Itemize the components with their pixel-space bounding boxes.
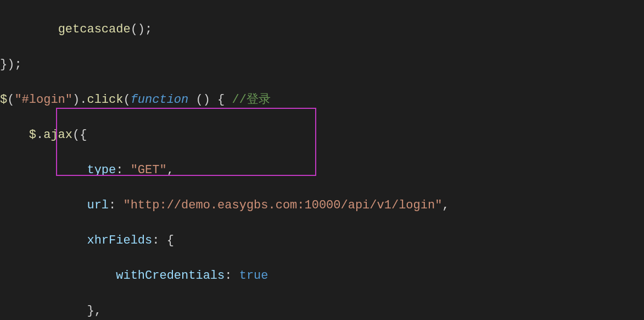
punct: ( (7, 93, 14, 107)
punct: : { (152, 234, 174, 247)
jquery-dollar: $ (0, 93, 7, 107)
property-name: withCredentials (116, 269, 225, 283)
code-line: withCredentials: true (0, 267, 644, 285)
jquery-dollar: $ (29, 128, 36, 142)
punct: }, (87, 304, 101, 318)
punct: ( (123, 93, 130, 107)
indent (0, 23, 58, 36)
comment: //登录 (232, 93, 271, 107)
punct: ({ (72, 128, 87, 142)
property-name: xhrFields (87, 234, 152, 247)
punct: , (442, 198, 449, 212)
code-editor[interactable]: getcascade(); }); $("#login").click(func… (0, 0, 644, 320)
punct: . (36, 128, 43, 142)
code-line: url: "http://demo.easygbs.com:10000/api/… (0, 197, 644, 214)
code-line: type: "GET", (0, 162, 644, 179)
indent (0, 304, 87, 318)
function-call: getcascade (58, 23, 131, 36)
code-line: xhrFields: { (0, 232, 644, 250)
code-line: getcascade(); (0, 21, 644, 38)
code-line: }); (0, 56, 644, 74)
indent (0, 128, 29, 142)
punct: : (116, 163, 130, 177)
punct: , (167, 163, 174, 177)
property-name: url (87, 198, 109, 212)
keyword-function: function (131, 93, 189, 107)
string-literal: "GET" (131, 163, 167, 177)
code-line: $.ajax({ (0, 126, 644, 144)
string-literal: "http://demo.easygbs.com:10000/api/v1/lo… (123, 198, 442, 212)
punct: (); (131, 23, 153, 36)
indent (0, 234, 87, 247)
punct: () { (188, 93, 232, 107)
punct: : (109, 198, 123, 212)
indent (0, 198, 87, 212)
punct: }); (0, 58, 22, 71)
indent (0, 269, 116, 283)
indent (0, 163, 87, 177)
boolean-literal: true (239, 269, 268, 283)
punct: ). (72, 93, 87, 107)
method-call: ajax (43, 128, 72, 142)
code-line: $("#login").click(function () { //登录 (0, 91, 644, 109)
property-name: type (87, 163, 116, 177)
punct: : (225, 269, 239, 283)
code-line: }, (0, 302, 644, 320)
string-literal: "#login" (14, 93, 72, 107)
method-call: click (87, 93, 123, 107)
